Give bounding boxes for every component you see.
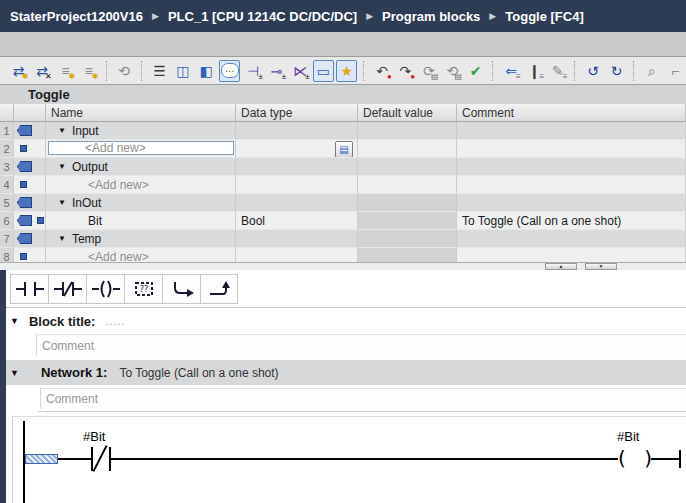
breadcrumb-arrow-icon: ▶	[152, 11, 159, 21]
reset-start-values-icon[interactable]: ⟲	[114, 60, 135, 82]
header-data-type[interactable]: Data type	[236, 104, 358, 121]
block-title-row[interactable]: ▼ Block title: .....	[6, 310, 686, 332]
breadcrumb-block[interactable]: Toggle [FC4]	[505, 9, 583, 24]
network-comment-field[interactable]: Comment	[40, 388, 686, 409]
datatype-dropdown-button[interactable]: ▤	[335, 141, 353, 158]
freeform-comments-icon[interactable]: …	[219, 60, 240, 82]
table-row-add-new-output[interactable]: 4 <Add new>	[0, 176, 686, 194]
normally-closed-contact-icon[interactable]	[48, 274, 86, 304]
table-row-bit[interactable]: 6 Bit Bool To Toggle (Call on a one shot…	[0, 212, 686, 230]
interface-table-header: Name Data type Default value Comment	[0, 104, 686, 122]
previous-error-icon[interactable]: ↶●	[371, 60, 392, 82]
collapse-caret-icon[interactable]: ▼	[10, 316, 19, 326]
table-row-add-new-temp[interactable]: 8 <Add new>	[0, 248, 686, 262]
go-back-icon[interactable]: ↺	[582, 60, 603, 82]
ladder-canvas[interactable]: #Bit #Bit ( )	[12, 416, 686, 503]
close-branch-icon[interactable]	[200, 274, 238, 304]
wire	[58, 458, 91, 460]
nc-contact-slash	[93, 445, 108, 472]
add-row-below-icon[interactable]: ≡✱	[78, 60, 99, 82]
network-1-header[interactable]: ▼ Network 1: To Toggle (Call on a one sh…	[6, 360, 686, 385]
block-name-title: Toggle	[0, 85, 686, 104]
collapse-caret-icon[interactable]: ▼	[58, 162, 66, 171]
table-row-output[interactable]: 3 ▼Output	[0, 158, 686, 176]
network-divider	[38, 411, 686, 412]
split-editor-horizontal-icon[interactable]: ◫	[172, 60, 193, 82]
lad-favorites-toolbar: ??	[6, 270, 686, 308]
block-comment-field[interactable]: Comment	[36, 334, 686, 356]
toolbar-separator	[106, 61, 108, 81]
goto-related-object-icon[interactable]: ⇐≡	[500, 60, 521, 82]
block-title-label: Block title:	[29, 314, 95, 329]
find-replace-icon[interactable]: ⌕	[641, 60, 662, 82]
var-name[interactable]: Bit	[88, 214, 102, 228]
rung-selection-handle[interactable]	[25, 454, 58, 464]
toolbar-separator	[492, 61, 494, 81]
collapse-caret-icon[interactable]: ▼	[58, 234, 66, 243]
header-comment[interactable]: Comment	[457, 104, 686, 121]
wire	[111, 458, 618, 460]
header-rownum	[0, 104, 14, 121]
breadcrumb-arrow-icon: ▶	[489, 11, 496, 21]
open-branch-icon[interactable]	[162, 274, 200, 304]
delete-row-icon[interactable]: ⇄✕	[31, 60, 52, 82]
table-row-add-new-input[interactable]: 2 <Add new> ▤	[0, 140, 686, 158]
table-row-input[interactable]: 1 ▼Input	[0, 122, 686, 140]
breadcrumb-arrow-icon: ▶	[366, 11, 373, 21]
next-error-icon[interactable]: ↷●	[395, 60, 416, 82]
empty-box-icon[interactable]: ??	[124, 274, 162, 304]
coil-icon[interactable]	[86, 274, 124, 304]
toolbar-separator	[141, 61, 143, 81]
go-forward-icon[interactable]: ↻	[606, 60, 627, 82]
split-editor-vertical-icon[interactable]: ◧	[196, 60, 217, 82]
insert-contact-icon[interactable]: ⊣±	[242, 60, 263, 82]
breadcrumb-project[interactable]: StaterProject1200V16	[10, 9, 143, 24]
splitter-collapse-down-button[interactable]: ▼	[585, 263, 617, 270]
clipped-toolbar-icon[interactable]: ⌐	[665, 60, 686, 82]
coil-operand-label[interactable]: #Bit	[617, 429, 639, 444]
splitter-collapse-up-button[interactable]: ▲	[545, 263, 577, 270]
show-operand-info-icon[interactable]: ❙≡	[524, 60, 545, 82]
collapse-caret-icon[interactable]: ▼	[10, 368, 19, 378]
header-name[interactable]: Name	[46, 104, 236, 121]
insert-coil-icon[interactable]: ⊸±	[266, 60, 287, 82]
synchronize-block-call-icon[interactable]: ⟲▤	[442, 60, 463, 82]
var-datatype[interactable]: Bool	[241, 214, 265, 228]
variable-icon	[20, 253, 27, 260]
var-comment[interactable]: To Toggle (Call on a one shot)	[462, 214, 621, 228]
variable-section-icon	[17, 215, 32, 226]
show-all-accesses-icon[interactable]: ☰	[149, 60, 170, 82]
table-editor-splitter[interactable]: ▲ ▼	[0, 262, 686, 270]
header-default-value[interactable]: Default value	[358, 104, 457, 121]
table-row-temp[interactable]: 7 ▼Temp	[0, 230, 686, 248]
consistency-check-icon[interactable]: ✔	[465, 60, 486, 82]
variable-icon	[20, 181, 27, 188]
right-rail-stub	[679, 450, 681, 468]
network-label: Network 1:	[41, 365, 107, 380]
breadcrumb-plc[interactable]: PLC_1 [CPU 1214C DC/DC/DC]	[168, 9, 357, 24]
table-row-inout[interactable]: 5 ▼InOut	[0, 194, 686, 212]
insert-empty-box-icon[interactable]: ▭	[313, 60, 334, 82]
toolbar-separator	[363, 61, 365, 81]
variable-icon	[37, 217, 44, 224]
add-row-icon[interactable]: ≡✱	[55, 60, 76, 82]
header-icon-col	[14, 104, 46, 121]
contact-operand-label[interactable]: #Bit	[83, 429, 105, 444]
collapse-caret-icon[interactable]: ▼	[58, 126, 66, 135]
interface-table: 1 ▼Input 2 <Add new> ▤ 3 ▼Output 4 <Add …	[0, 122, 686, 262]
update-block-call-icon[interactable]: ⟳▤	[418, 60, 439, 82]
favorites-icon[interactable]: ★	[336, 60, 357, 82]
svg-text:??: ??	[139, 285, 148, 294]
editor-toolbar: ⇄✱ ⇄✕ ≡✱ ≡✱ ⟲ ☰ ◫ ◧ … ⊣± ⊸± ⋉± ▭ ★ ↶● ↷●…	[0, 56, 686, 85]
block-title-placeholder[interactable]: .....	[105, 315, 125, 327]
nc-contact-bar[interactable]	[91, 447, 93, 471]
window-band	[0, 32, 686, 56]
edit-operand-info-icon[interactable]: ✎≡	[547, 60, 568, 82]
insert-box-icon[interactable]: ⋉±	[289, 60, 310, 82]
insert-row-icon[interactable]: ⇄✱	[8, 60, 29, 82]
network-title[interactable]: To Toggle (Call on a one shot)	[119, 366, 278, 380]
collapse-caret-icon[interactable]: ▼	[58, 198, 66, 207]
add-new-input-field[interactable]: <Add new>	[48, 141, 234, 155]
normally-open-contact-icon[interactable]	[10, 274, 48, 304]
breadcrumb-program-blocks[interactable]: Program blocks	[382, 9, 480, 24]
